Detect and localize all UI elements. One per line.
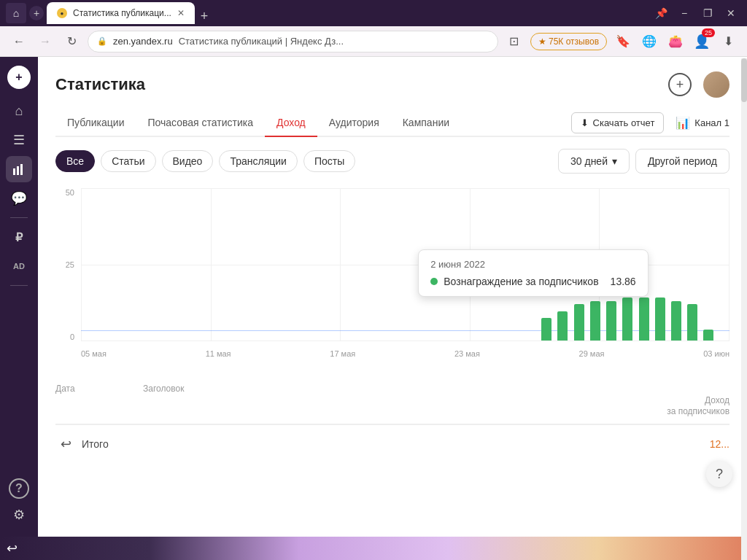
close-button[interactable]: ✕ [721, 3, 741, 23]
svg-rect-0 [13, 168, 15, 175]
title-bar: ⌂ + ● Статистика публикаци... ✕ + 📌 − ❐ … [0, 0, 747, 26]
filter-video[interactable]: Видео [162, 150, 214, 172]
bar-9 [671, 301, 681, 341]
bar-5 [606, 301, 616, 341]
sidebar-logo[interactable]: + [7, 66, 31, 89]
sidebar-item-home[interactable]: ⌂ [6, 98, 32, 124]
wallet-icon[interactable]: 👛 [665, 31, 686, 52]
chart-tooltip: 2 июня 2022 Вознаграждение за подписчико… [418, 249, 648, 297]
bookmark-icon[interactable]: 🔖 [613, 31, 633, 52]
period-label: 30 дней [570, 155, 608, 167]
active-tab[interactable]: ● Статистика публикаци... ✕ [47, 2, 195, 24]
bar-1 [541, 318, 551, 341]
x-label-2: 11 мая [206, 349, 231, 358]
avatar[interactable] [703, 71, 729, 98]
cast-icon[interactable]: ⊡ [504, 31, 525, 52]
filter-all[interactable]: Все [55, 150, 95, 172]
download-report-label: Скачать отчет [593, 117, 655, 128]
tab-favicon: ● [57, 8, 67, 18]
filter-posts[interactable]: Посты [303, 150, 355, 172]
bar-10 [687, 304, 697, 341]
title-bar-left: ⌂ + [6, 3, 44, 23]
address-bar: ← → ↻ 🔒 zen.yandex.ru Статистика публика… [0, 26, 747, 57]
sidebar-item-settings[interactable]: ⚙ [6, 502, 32, 528]
scroll-thumb[interactable] [741, 58, 747, 102]
bar-chart-icon: 📊 [676, 116, 690, 130]
tabs-nav: Публикации Почасовая статистика Доход Ау… [55, 109, 729, 137]
chart-container: 50 25 0 [55, 188, 729, 363]
header-right: + [668, 71, 729, 98]
restore-button[interactable]: ❐ [697, 3, 718, 23]
y-label-0: 0 [55, 332, 74, 341]
url-domain: zen.yandex.ru [113, 36, 173, 47]
chevron-down-icon: ▾ [612, 155, 617, 167]
help-button[interactable]: ? [706, 461, 732, 487]
sidebar-item-help[interactable]: ? [9, 478, 29, 499]
tab-hourly[interactable]: Почасовая статистика [136, 109, 265, 137]
sidebar-item-ad[interactable]: AD [6, 253, 32, 279]
bar-2 [557, 311, 568, 341]
bottom-back-button[interactable]: ↩ [0, 537, 23, 560]
tab-audience[interactable]: Аудитория [317, 109, 391, 137]
channel-selector[interactable]: 📊 Канал 1 [676, 116, 729, 130]
window-controls: 📌 − ❐ ✕ [651, 3, 741, 23]
table-header: Дата Заголовок Доход за подписчиков [55, 378, 729, 424]
grid-line-bottom [81, 341, 729, 341]
tab-income[interactable]: Доход [265, 109, 317, 137]
back-nav-button[interactable]: ← [9, 31, 29, 52]
other-period-button[interactable]: Другой период [635, 149, 729, 174]
sidebar-item-chat[interactable]: 💬 [6, 185, 32, 211]
forward-nav-button[interactable]: → [35, 31, 55, 52]
filter-articles[interactable]: Статьи [101, 150, 155, 172]
col-date-header: Дата [55, 384, 143, 418]
tab-campaigns[interactable]: Кампании [391, 109, 461, 137]
sidebar-item-layers[interactable]: ☰ [6, 127, 32, 153]
bar-4 [590, 301, 600, 341]
period-button[interactable]: 30 дней ▾ [558, 149, 630, 174]
tab-bar: ● Статистика публикаци... ✕ + [47, 2, 648, 24]
bottom-bar: ↩ [0, 537, 747, 560]
download-report-button[interactable]: ⬇ Скачать отчет [571, 112, 665, 133]
filter-right: 30 дней ▾ Другой период [558, 149, 729, 174]
minimize-button[interactable]: − [674, 3, 694, 23]
filter-bar: Все Статьи Видео Трансляции Посты 30 дне… [55, 149, 729, 174]
download-icon[interactable]: ⬇ [718, 31, 738, 52]
footer-total-value: 12... [710, 438, 729, 450]
sidebar-bottom: ? ⚙ [6, 478, 32, 528]
y-label-25: 25 [55, 260, 74, 269]
sidebar-item-stats[interactable] [6, 156, 32, 182]
filter-streams[interactable]: Трансляции [219, 150, 297, 172]
bar-6 [622, 298, 632, 341]
pin-button[interactable]: 📌 [651, 3, 671, 23]
add-content-button[interactable]: + [668, 73, 692, 96]
url-page-title: Статистика публикаций | Яндекс Дз... [179, 36, 344, 47]
tooltip-value: 13.86 [611, 276, 636, 287]
new-tab-button[interactable]: + [29, 6, 44, 20]
reload-button[interactable]: ↻ [61, 31, 82, 52]
bar-11 [703, 330, 713, 341]
globe-icon[interactable]: 🌐 [639, 31, 659, 52]
url-bar[interactable]: 🔒 zen.yandex.ru Статистика публикаций | … [88, 31, 498, 52]
extension-icon[interactable]: 👤 25 [692, 31, 712, 52]
tab-close-button[interactable]: ✕ [177, 8, 185, 18]
sidebar-divider-1 [10, 217, 28, 218]
home-button[interactable]: ⌂ [6, 3, 26, 23]
x-label-4: 23 мая [454, 349, 480, 358]
page-content: Статистика + Публикации Почасовая статис… [38, 57, 747, 537]
back-button[interactable]: ↩ [55, 434, 76, 454]
bar-7 [639, 298, 649, 341]
lock-icon: 🔒 [97, 36, 107, 46]
review-button[interactable]: ★ 75К отзывов [530, 33, 607, 50]
footer-total-label: Итого [82, 438, 109, 450]
channel-label: Канал 1 [694, 117, 729, 128]
page-header: Статистика + [55, 71, 729, 98]
tab-publications[interactable]: Публикации [55, 109, 136, 137]
tabs-left: Публикации Почасовая статистика Доход Ау… [55, 109, 461, 136]
x-label-3: 17 мая [330, 349, 355, 358]
add-tab-button[interactable]: + [201, 9, 209, 24]
x-label-6: 03 июн [703, 349, 729, 358]
main-content: + ⌂ ☰ 💬 ₽ AD ? ⚙ Статистика + [0, 57, 747, 537]
sidebar-item-ruble[interactable]: ₽ [6, 224, 32, 250]
browser-frame: ⌂ + ● Статистика публикаци... ✕ + 📌 − ❐ … [0, 0, 747, 560]
sidebar: + ⌂ ☰ 💬 ₽ AD ? ⚙ [0, 57, 38, 537]
